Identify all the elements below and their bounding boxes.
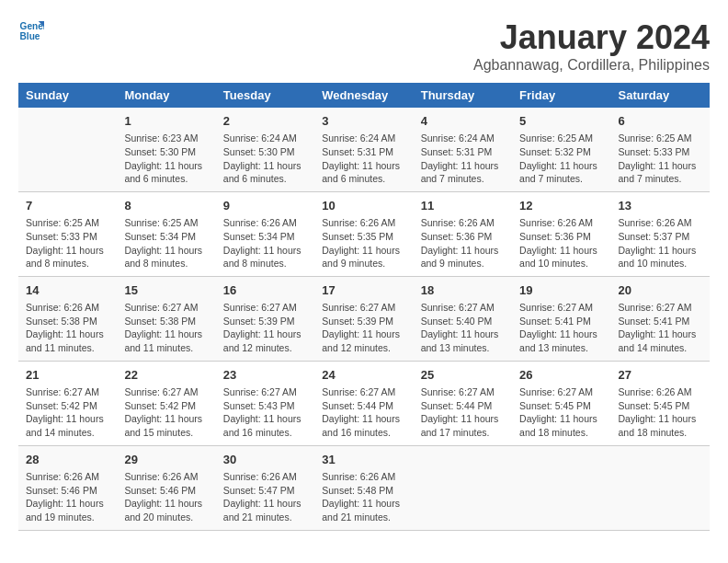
calendar-cell: 12Sunrise: 6:26 AM Sunset: 5:36 PM Dayli… — [512, 191, 610, 276]
weekday-header-thursday: Thursday — [414, 83, 512, 108]
day-info: Sunrise: 6:26 AM Sunset: 5:47 PM Dayligh… — [223, 470, 307, 524]
day-number: 16 — [223, 282, 307, 299]
day-number: 8 — [124, 198, 208, 214]
day-info: Sunrise: 6:23 AM Sunset: 5:30 PM Dayligh… — [124, 132, 208, 186]
day-number: 10 — [322, 198, 405, 214]
calendar-cell: 7Sunrise: 6:25 AM Sunset: 5:33 PM Daylig… — [18, 191, 117, 276]
calendar-cell: 16Sunrise: 6:27 AM Sunset: 5:39 PM Dayli… — [216, 276, 314, 361]
page-header: General Blue January 2024 Agbannawag, Co… — [18, 18, 710, 74]
day-number: 14 — [26, 282, 109, 299]
calendar-week-row: 21Sunrise: 6:27 AM Sunset: 5:42 PM Dayli… — [18, 361, 710, 445]
calendar-cell — [414, 445, 512, 530]
calendar-cell: 14Sunrise: 6:26 AM Sunset: 5:38 PM Dayli… — [18, 276, 117, 361]
day-number: 1 — [124, 113, 208, 130]
day-number: 2 — [223, 113, 307, 130]
calendar-cell: 3Sunrise: 6:24 AM Sunset: 5:31 PM Daylig… — [314, 108, 413, 191]
calendar-cell: 25Sunrise: 6:27 AM Sunset: 5:44 PM Dayli… — [414, 361, 512, 445]
day-number: 13 — [619, 198, 702, 214]
calendar-cell: 13Sunrise: 6:26 AM Sunset: 5:37 PM Dayli… — [611, 191, 710, 276]
day-number: 17 — [322, 282, 405, 299]
calendar-cell: 18Sunrise: 6:27 AM Sunset: 5:40 PM Dayli… — [414, 276, 512, 361]
day-info: Sunrise: 6:24 AM Sunset: 5:31 PM Dayligh… — [421, 132, 505, 186]
day-info: Sunrise: 6:26 AM Sunset: 5:48 PM Dayligh… — [322, 470, 405, 524]
day-info: Sunrise: 6:27 AM Sunset: 5:42 PM Dayligh… — [26, 385, 109, 440]
day-info: Sunrise: 6:26 AM Sunset: 5:35 PM Dayligh… — [322, 216, 405, 270]
calendar-table: SundayMondayTuesdayWednesdayThursdayFrid… — [18, 83, 710, 531]
logo-icon: General Blue — [18, 18, 44, 44]
weekday-header-monday: Monday — [117, 83, 215, 108]
title-block: January 2024 Agbannawag, Cordillera, Phi… — [473, 18, 710, 74]
calendar-cell: 28Sunrise: 6:26 AM Sunset: 5:46 PM Dayli… — [18, 445, 117, 530]
calendar-cell: 9Sunrise: 6:26 AM Sunset: 5:34 PM Daylig… — [216, 191, 314, 276]
calendar-cell: 21Sunrise: 6:27 AM Sunset: 5:42 PM Dayli… — [18, 361, 117, 445]
day-info: Sunrise: 6:27 AM Sunset: 5:39 PM Dayligh… — [322, 301, 405, 355]
calendar-cell: 19Sunrise: 6:27 AM Sunset: 5:41 PM Dayli… — [512, 276, 610, 361]
calendar-cell: 15Sunrise: 6:27 AM Sunset: 5:38 PM Dayli… — [117, 276, 215, 361]
day-info: Sunrise: 6:27 AM Sunset: 5:41 PM Dayligh… — [519, 301, 603, 355]
day-info: Sunrise: 6:26 AM Sunset: 5:34 PM Dayligh… — [223, 216, 307, 270]
weekday-header-row: SundayMondayTuesdayWednesdayThursdayFrid… — [18, 83, 710, 108]
calendar-cell: 27Sunrise: 6:26 AM Sunset: 5:45 PM Dayli… — [611, 361, 710, 445]
day-info: Sunrise: 6:27 AM Sunset: 5:41 PM Dayligh… — [619, 301, 702, 355]
day-number: 22 — [124, 367, 208, 384]
day-number: 28 — [26, 452, 109, 468]
calendar-cell: 8Sunrise: 6:25 AM Sunset: 5:34 PM Daylig… — [117, 191, 215, 276]
day-info: Sunrise: 6:27 AM Sunset: 5:40 PM Dayligh… — [421, 301, 505, 355]
day-number: 18 — [421, 282, 505, 299]
day-info: Sunrise: 6:26 AM Sunset: 5:37 PM Dayligh… — [619, 216, 702, 270]
calendar-cell: 1Sunrise: 6:23 AM Sunset: 5:30 PM Daylig… — [117, 108, 215, 191]
weekday-header-tuesday: Tuesday — [216, 83, 314, 108]
calendar-cell — [512, 445, 610, 530]
day-number: 12 — [519, 198, 603, 214]
weekday-header-sunday: Sunday — [18, 83, 117, 108]
calendar-cell: 5Sunrise: 6:25 AM Sunset: 5:32 PM Daylig… — [512, 108, 610, 191]
svg-text:Blue: Blue — [20, 31, 40, 41]
day-info: Sunrise: 6:25 AM Sunset: 5:33 PM Dayligh… — [619, 132, 702, 186]
calendar-cell: 2Sunrise: 6:24 AM Sunset: 5:30 PM Daylig… — [216, 108, 314, 191]
day-info: Sunrise: 6:27 AM Sunset: 5:42 PM Dayligh… — [124, 385, 208, 440]
calendar-cell: 30Sunrise: 6:26 AM Sunset: 5:47 PM Dayli… — [216, 445, 314, 530]
day-number: 25 — [421, 367, 505, 384]
day-info: Sunrise: 6:27 AM Sunset: 5:44 PM Dayligh… — [421, 385, 505, 440]
weekday-header-friday: Friday — [512, 83, 610, 108]
day-info: Sunrise: 6:27 AM Sunset: 5:45 PM Dayligh… — [519, 385, 603, 440]
calendar-cell — [18, 108, 117, 191]
day-info: Sunrise: 6:26 AM Sunset: 5:46 PM Dayligh… — [124, 470, 208, 524]
day-info: Sunrise: 6:26 AM Sunset: 5:45 PM Dayligh… — [619, 385, 702, 440]
day-info: Sunrise: 6:27 AM Sunset: 5:39 PM Dayligh… — [223, 301, 307, 355]
weekday-header-wednesday: Wednesday — [314, 83, 413, 108]
day-info: Sunrise: 6:26 AM Sunset: 5:36 PM Dayligh… — [519, 216, 603, 270]
day-number: 20 — [619, 282, 702, 299]
day-number: 26 — [519, 367, 603, 384]
calendar-cell: 23Sunrise: 6:27 AM Sunset: 5:43 PM Dayli… — [216, 361, 314, 445]
day-number: 6 — [619, 113, 702, 130]
calendar-week-row: 14Sunrise: 6:26 AM Sunset: 5:38 PM Dayli… — [18, 276, 710, 361]
day-number: 24 — [322, 367, 405, 384]
day-info: Sunrise: 6:27 AM Sunset: 5:44 PM Dayligh… — [322, 385, 405, 440]
day-number: 3 — [322, 113, 405, 130]
day-info: Sunrise: 6:24 AM Sunset: 5:30 PM Dayligh… — [223, 132, 307, 186]
subtitle: Agbannawag, Cordillera, Philippines — [473, 57, 710, 74]
day-number: 9 — [223, 198, 307, 214]
weekday-header-saturday: Saturday — [611, 83, 710, 108]
calendar-week-row: 7Sunrise: 6:25 AM Sunset: 5:33 PM Daylig… — [18, 191, 710, 276]
day-number: 23 — [223, 367, 307, 384]
day-info: Sunrise: 6:27 AM Sunset: 5:43 PM Dayligh… — [223, 385, 307, 440]
day-info: Sunrise: 6:27 AM Sunset: 5:38 PM Dayligh… — [124, 301, 208, 355]
calendar-cell: 17Sunrise: 6:27 AM Sunset: 5:39 PM Dayli… — [314, 276, 413, 361]
calendar-cell: 10Sunrise: 6:26 AM Sunset: 5:35 PM Dayli… — [314, 191, 413, 276]
day-number: 4 — [421, 113, 505, 130]
day-info: Sunrise: 6:26 AM Sunset: 5:38 PM Dayligh… — [26, 301, 109, 355]
calendar-week-row: 1Sunrise: 6:23 AM Sunset: 5:30 PM Daylig… — [18, 108, 710, 191]
calendar-cell: 24Sunrise: 6:27 AM Sunset: 5:44 PM Dayli… — [314, 361, 413, 445]
main-title: January 2024 — [473, 18, 710, 57]
calendar-week-row: 28Sunrise: 6:26 AM Sunset: 5:46 PM Dayli… — [18, 445, 710, 530]
day-number: 5 — [519, 113, 603, 130]
day-number: 27 — [619, 367, 702, 384]
day-number: 30 — [223, 452, 307, 468]
calendar-cell: 6Sunrise: 6:25 AM Sunset: 5:33 PM Daylig… — [611, 108, 710, 191]
calendar-cell: 29Sunrise: 6:26 AM Sunset: 5:46 PM Dayli… — [117, 445, 215, 530]
day-info: Sunrise: 6:25 AM Sunset: 5:32 PM Dayligh… — [519, 132, 603, 186]
day-number: 21 — [26, 367, 109, 384]
calendar-cell: 11Sunrise: 6:26 AM Sunset: 5:36 PM Dayli… — [414, 191, 512, 276]
